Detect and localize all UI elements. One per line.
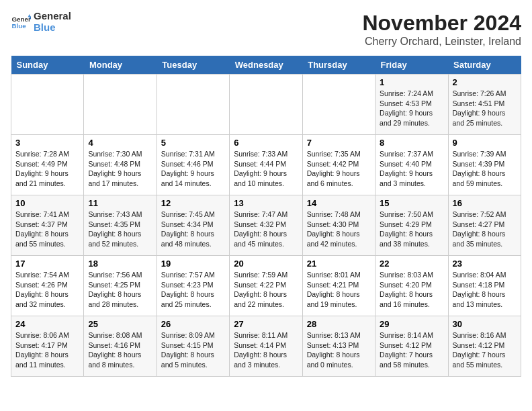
calendar-cell (157, 75, 229, 135)
logo-icon: General Blue (11, 12, 31, 32)
calendar-week-5: 24Sunrise: 8:06 AM Sunset: 4:17 PM Dayli… (11, 316, 521, 377)
calendar-week-1: 1Sunrise: 7:24 AM Sunset: 4:53 PM Daylig… (11, 75, 521, 135)
day-number: 20 (234, 259, 298, 269)
day-info: Sunrise: 8:09 AM Sunset: 4:15 PM Dayligh… (161, 330, 225, 370)
calendar-cell: 24Sunrise: 8:06 AM Sunset: 4:17 PM Dayli… (11, 316, 84, 377)
day-number: 28 (307, 319, 371, 329)
day-number: 7 (307, 138, 371, 148)
calendar-cell: 3Sunrise: 7:28 AM Sunset: 4:49 PM Daylig… (11, 135, 84, 195)
day-number: 27 (234, 319, 298, 329)
calendar-cell (230, 75, 302, 135)
calendar-cell: 29Sunrise: 8:14 AM Sunset: 4:12 PM Dayli… (375, 316, 448, 377)
day-number: 22 (380, 259, 443, 269)
calendar-cell: 23Sunrise: 8:04 AM Sunset: 4:18 PM Dayli… (448, 256, 521, 316)
day-info: Sunrise: 7:57 AM Sunset: 4:23 PM Dayligh… (161, 270, 225, 310)
day-info: Sunrise: 7:47 AM Sunset: 4:32 PM Dayligh… (234, 210, 298, 249)
calendar-cell (84, 75, 157, 135)
day-info: Sunrise: 7:35 AM Sunset: 4:42 PM Dayligh… (307, 149, 371, 189)
day-info: Sunrise: 8:13 AM Sunset: 4:13 PM Dayligh… (307, 330, 371, 370)
header-wednesday: Wednesday (230, 56, 302, 75)
logo: General Blue General Blue (11, 11, 71, 33)
day-info: Sunrise: 7:28 AM Sunset: 4:49 PM Dayligh… (15, 149, 79, 189)
calendar-cell: 26Sunrise: 8:09 AM Sunset: 4:15 PM Dayli… (157, 316, 229, 377)
calendar-cell (302, 75, 375, 135)
day-info: Sunrise: 7:43 AM Sunset: 4:35 PM Dayligh… (88, 210, 152, 249)
day-number: 14 (307, 198, 371, 208)
day-info: Sunrise: 8:16 AM Sunset: 4:12 PM Dayligh… (453, 330, 517, 370)
calendar-cell: 11Sunrise: 7:43 AM Sunset: 4:35 PM Dayli… (84, 195, 157, 256)
title-block: November 2024 Cherry Orchard, Leinster, … (362, 11, 521, 48)
calendar-cell: 17Sunrise: 7:54 AM Sunset: 4:26 PM Dayli… (11, 256, 84, 316)
day-info: Sunrise: 8:14 AM Sunset: 4:12 PM Dayligh… (380, 330, 443, 370)
day-number: 23 (453, 259, 517, 269)
day-number: 11 (88, 198, 152, 208)
svg-text:Blue: Blue (12, 22, 27, 30)
day-number: 13 (234, 198, 298, 208)
day-info: Sunrise: 7:56 AM Sunset: 4:25 PM Dayligh… (88, 270, 152, 310)
day-number: 10 (15, 198, 79, 208)
calendar-cell: 7Sunrise: 7:35 AM Sunset: 4:42 PM Daylig… (302, 135, 375, 195)
header-friday: Friday (375, 56, 448, 75)
day-info: Sunrise: 7:33 AM Sunset: 4:44 PM Dayligh… (234, 149, 298, 189)
calendar-header-row: SundayMondayTuesdayWednesdayThursdayFrid… (11, 56, 521, 75)
day-number: 8 (380, 138, 443, 148)
day-number: 16 (453, 198, 517, 208)
calendar-cell: 14Sunrise: 7:48 AM Sunset: 4:30 PM Dayli… (302, 195, 375, 256)
calendar-cell: 12Sunrise: 7:45 AM Sunset: 4:34 PM Dayli… (157, 195, 229, 256)
calendar-week-2: 3Sunrise: 7:28 AM Sunset: 4:49 PM Daylig… (11, 135, 521, 195)
day-number: 18 (88, 259, 152, 269)
header-saturday: Saturday (448, 56, 521, 75)
calendar-cell: 13Sunrise: 7:47 AM Sunset: 4:32 PM Dayli… (230, 195, 302, 256)
calendar-cell: 6Sunrise: 7:33 AM Sunset: 4:44 PM Daylig… (230, 135, 302, 195)
calendar-week-4: 17Sunrise: 7:54 AM Sunset: 4:26 PM Dayli… (11, 256, 521, 316)
day-number: 2 (453, 77, 517, 87)
day-info: Sunrise: 8:01 AM Sunset: 4:21 PM Dayligh… (307, 270, 371, 310)
day-info: Sunrise: 7:41 AM Sunset: 4:37 PM Dayligh… (15, 210, 79, 249)
day-info: Sunrise: 7:59 AM Sunset: 4:22 PM Dayligh… (234, 270, 298, 310)
day-info: Sunrise: 8:03 AM Sunset: 4:20 PM Dayligh… (380, 270, 443, 310)
calendar-cell: 18Sunrise: 7:56 AM Sunset: 4:25 PM Dayli… (84, 256, 157, 316)
header-thursday: Thursday (302, 56, 375, 75)
day-info: Sunrise: 8:08 AM Sunset: 4:16 PM Dayligh… (88, 330, 152, 370)
day-info: Sunrise: 7:52 AM Sunset: 4:27 PM Dayligh… (453, 210, 517, 249)
day-number: 30 (453, 319, 517, 329)
calendar-cell: 16Sunrise: 7:52 AM Sunset: 4:27 PM Dayli… (448, 195, 521, 256)
calendar-week-3: 10Sunrise: 7:41 AM Sunset: 4:37 PM Dayli… (11, 195, 521, 256)
calendar-cell (11, 75, 84, 135)
day-number: 15 (380, 198, 443, 208)
calendar-cell: 28Sunrise: 8:13 AM Sunset: 4:13 PM Dayli… (302, 316, 375, 377)
day-number: 1 (380, 77, 443, 87)
day-info: Sunrise: 7:50 AM Sunset: 4:29 PM Dayligh… (380, 210, 443, 249)
svg-text:General: General (12, 15, 32, 22)
day-number: 19 (161, 259, 225, 269)
logo-line1: General (34, 11, 71, 22)
calendar-cell: 5Sunrise: 7:31 AM Sunset: 4:46 PM Daylig… (157, 135, 229, 195)
page-header: General Blue General Blue November 2024 … (11, 11, 521, 48)
day-number: 6 (234, 138, 298, 148)
day-info: Sunrise: 7:45 AM Sunset: 4:34 PM Dayligh… (161, 210, 225, 249)
header-tuesday: Tuesday (157, 56, 229, 75)
day-number: 29 (380, 319, 443, 329)
day-info: Sunrise: 7:48 AM Sunset: 4:30 PM Dayligh… (307, 210, 371, 249)
calendar-table: SundayMondayTuesdayWednesdayThursdayFrid… (11, 56, 521, 377)
month-title: November 2024 (362, 11, 521, 36)
calendar-cell: 8Sunrise: 7:37 AM Sunset: 4:40 PM Daylig… (375, 135, 448, 195)
calendar-cell: 9Sunrise: 7:39 AM Sunset: 4:39 PM Daylig… (448, 135, 521, 195)
day-info: Sunrise: 8:04 AM Sunset: 4:18 PM Dayligh… (453, 270, 517, 310)
day-info: Sunrise: 7:54 AM Sunset: 4:26 PM Dayligh… (15, 270, 79, 310)
day-number: 4 (88, 138, 152, 148)
calendar-cell: 10Sunrise: 7:41 AM Sunset: 4:37 PM Dayli… (11, 195, 84, 256)
day-number: 21 (307, 259, 371, 269)
calendar-cell: 2Sunrise: 7:26 AM Sunset: 4:51 PM Daylig… (448, 75, 521, 135)
day-info: Sunrise: 7:30 AM Sunset: 4:48 PM Dayligh… (88, 149, 152, 189)
day-info: Sunrise: 8:06 AM Sunset: 4:17 PM Dayligh… (15, 330, 79, 370)
day-info: Sunrise: 7:24 AM Sunset: 4:53 PM Dayligh… (380, 89, 443, 128)
location-title: Cherry Orchard, Leinster, Ireland (362, 36, 521, 48)
day-info: Sunrise: 7:31 AM Sunset: 4:46 PM Dayligh… (161, 149, 225, 189)
day-info: Sunrise: 7:26 AM Sunset: 4:51 PM Dayligh… (453, 89, 517, 128)
calendar-cell: 1Sunrise: 7:24 AM Sunset: 4:53 PM Daylig… (375, 75, 448, 135)
calendar-cell: 19Sunrise: 7:57 AM Sunset: 4:23 PM Dayli… (157, 256, 229, 316)
day-number: 5 (161, 138, 225, 148)
calendar-cell: 30Sunrise: 8:16 AM Sunset: 4:12 PM Dayli… (448, 316, 521, 377)
day-number: 26 (161, 319, 225, 329)
